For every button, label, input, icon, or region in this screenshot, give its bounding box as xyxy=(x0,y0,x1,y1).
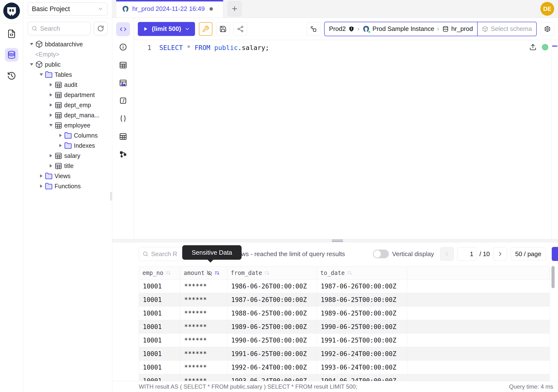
tree-node-dept_mana-[interactable]: dept_mana... xyxy=(23,110,112,120)
table-row[interactable]: 10001******1989-06-25T00:00:00Z1990-06-2… xyxy=(139,320,550,334)
tree-node-tables[interactable]: Tables xyxy=(23,70,112,80)
database-icon xyxy=(7,50,16,59)
tree-node--empty-[interactable]: <Empty> xyxy=(23,49,112,59)
table-row[interactable]: 10001******1987-06-26T00:00:00Z1988-06-2… xyxy=(139,293,550,306)
tree-node-department[interactable]: department xyxy=(23,90,112,100)
connection-button[interactable] xyxy=(307,22,320,36)
ai-assistant-button[interactable] xyxy=(541,22,554,36)
strip-external-tables-button[interactable] xyxy=(116,129,130,143)
tree-node-columns[interactable]: Columns xyxy=(23,130,112,140)
save-icon xyxy=(219,25,227,33)
refresh-schema-button[interactable] xyxy=(94,22,107,35)
bytebase-logo[interactable] xyxy=(3,2,20,19)
select-schema-button[interactable]: Select schema xyxy=(477,22,536,36)
tree-node-salary[interactable]: salary xyxy=(23,151,112,161)
caret-right-icon[interactable] xyxy=(47,83,54,87)
tree-node-audit[interactable]: audit xyxy=(23,80,112,90)
table-cell: ****** xyxy=(180,374,227,381)
rail-divider xyxy=(3,24,20,24)
caret-right-icon[interactable] xyxy=(47,103,54,107)
table-cell: 1992-06-24T00:00:00Z xyxy=(317,347,407,360)
caret-right-icon[interactable] xyxy=(38,174,45,178)
run-options-chevron-icon[interactable] xyxy=(184,26,190,32)
project-select[interactable]: Basic Project xyxy=(28,2,107,16)
caret-down-icon[interactable] xyxy=(28,43,35,45)
sort-icon[interactable] xyxy=(165,270,171,276)
column-header-emp_no[interactable]: emp_no xyxy=(139,267,180,279)
prev-page-button[interactable] xyxy=(440,247,454,261)
tab-hr-prod[interactable]: hr_prod 2024-11-22 16:49 xyxy=(116,0,223,18)
caret-down-icon[interactable] xyxy=(38,73,45,76)
eye-off-icon[interactable] xyxy=(207,270,212,276)
panel-resize-grip[interactable] xyxy=(332,240,343,242)
user-avatar[interactable]: DE xyxy=(541,2,554,16)
caret-right-icon[interactable] xyxy=(47,164,54,167)
run-query-button[interactable]: (limit 500) xyxy=(138,22,195,36)
table-cell xyxy=(407,334,550,347)
page-size-select[interactable]: 50 / page xyxy=(511,247,546,261)
tree-node-functions[interactable]: Functions xyxy=(23,181,112,191)
caret-right-icon[interactable] xyxy=(38,184,45,188)
select-schema-label: Select schema xyxy=(491,25,532,33)
tab-unsaved-dot xyxy=(209,7,213,11)
editor-minimap[interactable] xyxy=(551,40,558,239)
caret-right-icon[interactable] xyxy=(47,113,54,117)
caret-right-icon[interactable] xyxy=(47,154,54,157)
tree-node-public[interactable]: public xyxy=(23,59,112,70)
strip-procedures-button[interactable] xyxy=(116,112,130,125)
page-number-input[interactable] xyxy=(457,247,477,261)
connection-breadcrumb[interactable]: Prod2 › Prod Sample Instance › xyxy=(324,22,537,36)
caret-right-icon[interactable] xyxy=(57,134,64,137)
strip-sql-editor-button[interactable] xyxy=(116,22,130,36)
tree-node-dept_emp[interactable]: dept_emp xyxy=(23,100,112,110)
table-row[interactable]: 10001******1992-06-24T00:00:00Z1993-06-2… xyxy=(139,361,550,374)
table-row[interactable]: 10001******1993-06-24T00:00:00Z1994-06-2… xyxy=(139,374,550,381)
grid-scrollbar-thumb[interactable] xyxy=(551,266,555,288)
rail-history-button[interactable] xyxy=(5,69,18,83)
save-sheet-button[interactable] xyxy=(216,22,230,36)
tree-node-views[interactable]: Views xyxy=(23,171,112,181)
table-row[interactable]: 10001******1986-06-26T00:00:00Z1987-06-2… xyxy=(139,279,550,293)
next-page-button[interactable] xyxy=(493,247,507,261)
column-header-from_date[interactable]: from_date xyxy=(227,267,317,279)
strip-info-button[interactable] xyxy=(116,40,130,54)
format-sql-button[interactable] xyxy=(199,22,212,36)
upload-icon[interactable] xyxy=(529,44,537,51)
vertical-display-toggle[interactable] xyxy=(373,250,389,258)
tree-node-employee[interactable]: employee xyxy=(23,120,112,130)
sort-icon[interactable] xyxy=(264,270,270,276)
new-tab-button[interactable] xyxy=(227,1,242,17)
sort-icon[interactable] xyxy=(347,270,352,276)
strip-schema-diagram-button[interactable] xyxy=(116,147,130,161)
tree-node-label: Columns xyxy=(74,132,98,139)
table-row[interactable]: 10001******1990-06-25T00:00:00Z1991-06-2… xyxy=(139,334,550,347)
table-cell: ****** xyxy=(180,361,227,374)
table-cell xyxy=(407,279,550,293)
rail-worksheets-button[interactable] xyxy=(5,27,18,41)
caret-down-icon[interactable] xyxy=(47,124,54,126)
column-label: emp_no xyxy=(142,270,163,276)
sort-icon[interactable] xyxy=(214,270,220,276)
tree-node-title[interactable]: title xyxy=(23,161,112,171)
table-row[interactable]: 10001******1991-06-25T00:00:00Z1992-06-2… xyxy=(139,347,550,361)
strip-tables-button[interactable] xyxy=(116,58,130,72)
table-row[interactable]: 10001******1988-06-25T00:00:00Z1989-06-2… xyxy=(139,306,550,320)
column-header-to_date[interactable]: to_date xyxy=(317,267,407,279)
column-header-amount[interactable]: amount xyxy=(180,267,227,279)
sidebar-search-input[interactable] xyxy=(40,25,87,32)
sensitive-data-tooltip: Sensitive Data xyxy=(182,245,242,260)
sql-code[interactable]: SELECT * FROM public.salary; xyxy=(151,43,269,53)
tree-node-bbdataarchive[interactable]: bbdataarchive xyxy=(23,39,112,49)
strip-sensitive-data-button[interactable] xyxy=(116,76,130,90)
tree-node-indexes[interactable]: Indexes xyxy=(23,140,112,151)
export-edge-button[interactable] xyxy=(552,247,558,261)
caret-down-icon[interactable] xyxy=(28,63,35,66)
table-icon xyxy=(54,101,62,109)
sql-editor-pane[interactable]: 1 SELECT * FROM public.salary; xyxy=(134,40,558,239)
share-sheet-button[interactable] xyxy=(234,22,247,36)
table-cell: 1989-06-25T00:00:00Z xyxy=(317,306,407,320)
rail-databases-button[interactable] xyxy=(5,48,18,61)
caret-right-icon[interactable] xyxy=(47,93,54,96)
strip-functions-button[interactable]: f xyxy=(116,94,130,108)
caret-right-icon[interactable] xyxy=(57,144,64,147)
